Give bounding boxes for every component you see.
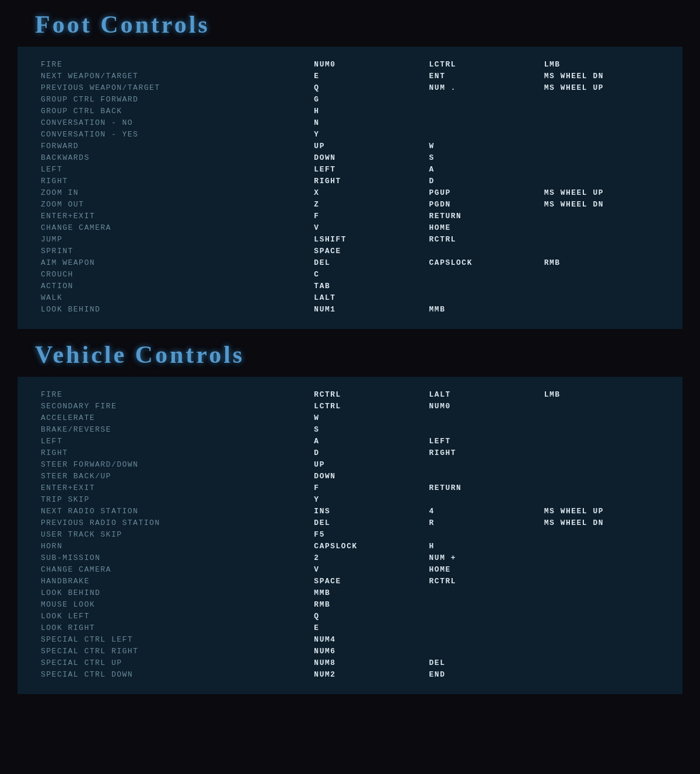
key1-label: CAPSLOCK	[314, 540, 429, 552]
key2-label: RCTRL	[429, 233, 544, 245]
key2-label: RETURN	[429, 482, 544, 493]
vehicle-controls-title: Vehicle Controls	[35, 341, 244, 369]
key3-label	[544, 210, 659, 222]
key2-label: END	[429, 668, 544, 680]
vehicle-controls-table: FIRERCTRLLALTLMBSECONDARY FIRELCTRLNUM0A…	[41, 388, 659, 680]
table-row: TRIP SKIPY	[41, 493, 659, 505]
action-label: RIGHT	[41, 447, 314, 458]
key2-label	[429, 622, 544, 633]
table-row: WALKLALT	[41, 292, 659, 303]
action-label: LOOK BEHIND	[41, 587, 314, 598]
key3-label	[544, 222, 659, 233]
key3-label	[544, 540, 659, 552]
key2-label: A	[429, 163, 544, 175]
key1-label: NUM0	[314, 58, 429, 70]
key1-label: LSHIFT	[314, 233, 429, 245]
action-label: LOOK BEHIND	[41, 303, 314, 315]
key2-label	[429, 587, 544, 598]
key3-label	[544, 493, 659, 505]
key3-label	[544, 268, 659, 280]
key1-label: UP	[314, 458, 429, 470]
key1-label: Y	[314, 128, 429, 140]
key1-label: RCTRL	[314, 388, 429, 400]
table-row: LOOK RIGHTE	[41, 622, 659, 633]
table-row: BACKWARDSDOWNS	[41, 152, 659, 163]
action-label: NEXT WEAPON/TARGET	[41, 70, 314, 82]
table-row: HANDBRAKESPACERCTRL	[41, 575, 659, 587]
table-row: SPECIAL CTRL RIGHTNUM6	[41, 645, 659, 657]
table-row: ACCELERATEW	[41, 412, 659, 423]
key2-label: H	[429, 540, 544, 552]
table-row: SPECIAL CTRL UPNUM8DEL	[41, 657, 659, 668]
action-label: ENTER+EXIT	[41, 210, 314, 222]
key1-label: 2	[314, 552, 429, 563]
table-row: HORNCAPSLOCKH	[41, 540, 659, 552]
table-row: FIRENUM0LCTRLLMB	[41, 58, 659, 70]
foot-controls-body: FIRENUM0LCTRLLMBNEXT WEAPON/TARGETEENTMS…	[18, 47, 682, 329]
action-label: FORWARD	[41, 140, 314, 152]
action-label: SPECIAL CTRL LEFT	[41, 633, 314, 645]
key1-label: C	[314, 268, 429, 280]
key3-label	[544, 587, 659, 598]
key3-label	[544, 528, 659, 540]
table-row: PREVIOUS WEAPON/TARGETQNUM .MS WHEEL UP	[41, 82, 659, 93]
action-label: ZOOM OUT	[41, 198, 314, 210]
key2-label	[429, 610, 544, 622]
action-label: ACCELERATE	[41, 412, 314, 423]
key3-label	[544, 140, 659, 152]
action-label: SPRINT	[41, 245, 314, 257]
key1-label: DOWN	[314, 152, 429, 163]
action-label: RIGHT	[41, 175, 314, 187]
key2-label	[429, 528, 544, 540]
table-row: USER TRACK SKIPF5	[41, 528, 659, 540]
key3-label: MS WHEEL DN	[544, 198, 659, 210]
key3-label	[544, 292, 659, 303]
action-label: SPECIAL CTRL RIGHT	[41, 645, 314, 657]
table-row: JUMPLSHIFTRCTRL	[41, 233, 659, 245]
key2-label	[429, 493, 544, 505]
key3-label	[544, 280, 659, 292]
key2-label: 4	[429, 505, 544, 517]
key2-label: W	[429, 140, 544, 152]
key2-label	[429, 292, 544, 303]
key1-label: LCTRL	[314, 400, 429, 412]
key2-label	[429, 470, 544, 482]
action-label: GROUP CTRL BACK	[41, 105, 314, 117]
key1-label: V	[314, 563, 429, 575]
key2-label	[429, 645, 544, 657]
key2-label: NUM0	[429, 400, 544, 412]
action-label: ZOOM IN	[41, 187, 314, 198]
key1-label: SPACE	[314, 575, 429, 587]
key2-label: R	[429, 517, 544, 528]
action-label: STEER BACK/UP	[41, 470, 314, 482]
key1-label: UP	[314, 140, 429, 152]
key3-label	[544, 105, 659, 117]
action-label: HANDBRAKE	[41, 575, 314, 587]
key1-label: LALT	[314, 292, 429, 303]
key3-label	[544, 163, 659, 175]
key3-label	[544, 552, 659, 563]
key1-label: LEFT	[314, 163, 429, 175]
key1-label: D	[314, 447, 429, 458]
table-row: LEFTALEFT	[41, 435, 659, 447]
action-label: CHANGE CAMERA	[41, 222, 314, 233]
action-label: ENTER+EXIT	[41, 482, 314, 493]
table-row: STEER FORWARD/DOWNUP	[41, 458, 659, 470]
key1-label: F5	[314, 528, 429, 540]
table-row: STEER BACK/UPDOWN	[41, 470, 659, 482]
table-row: NEXT RADIO STATIONINS4MS WHEEL UP	[41, 505, 659, 517]
key3-label	[544, 575, 659, 587]
key2-label	[429, 633, 544, 645]
action-label: LOOK LEFT	[41, 610, 314, 622]
key2-label	[429, 117, 544, 128]
key3-label	[544, 93, 659, 105]
action-label: BRAKE/REVERSE	[41, 423, 314, 435]
key1-label: MMB	[314, 587, 429, 598]
key2-label: LALT	[429, 388, 544, 400]
key1-label: A	[314, 435, 429, 447]
key1-label: NUM4	[314, 633, 429, 645]
key3-label	[544, 610, 659, 622]
action-label: WALK	[41, 292, 314, 303]
action-label: LEFT	[41, 435, 314, 447]
key1-label: SPACE	[314, 245, 429, 257]
